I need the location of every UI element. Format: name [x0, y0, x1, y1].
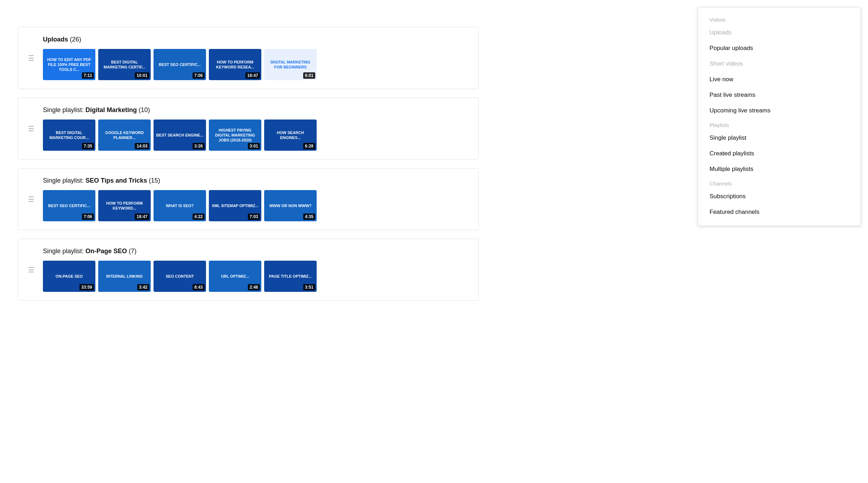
thumbnail[interactable]: WHAT IS SEO?4:22: [154, 190, 206, 221]
thumbnail-time: 2:46: [248, 284, 260, 290]
section-title-playlist-onpage: Single playlist: On-Page SEO (7): [43, 248, 468, 255]
thumbnails-row-playlist-seo: BEST SEO CERTIFIC...7:06HOW TO PERFORM K…: [43, 190, 468, 221]
section-body-uploads: Uploads (26)HOW TO EDIT ANY PDF FILE 100…: [43, 36, 468, 80]
thumbnail[interactable]: BEST DIGITAL MARKETING CERTIF...10:01: [98, 49, 151, 80]
thumbnail[interactable]: XML SITEMAP OPTIMIZ...7:03: [209, 190, 261, 221]
thumbnail-time: 3:51: [303, 284, 315, 290]
thumbnail-time: 7:35: [82, 143, 94, 149]
thumbnail[interactable]: BEST DIGITAL MARKETING COUR...7:35: [43, 120, 95, 151]
thumbnail[interactable]: BEST SEO CERTIFIC...7:06: [154, 49, 206, 80]
thumbnail[interactable]: SEO CONTENT8:43: [154, 261, 206, 292]
thumbnails-row-playlist-digital: BEST DIGITAL MARKETING COUR...7:35GOOGLE…: [43, 120, 468, 151]
dropdown-section-label: Channels: [698, 177, 861, 189]
thumbnail[interactable]: DIGITAL MARKETING FOR BEGINNERS6:01: [264, 49, 317, 80]
dropdown-item-created-playlists[interactable]: Created playlists: [698, 146, 861, 161]
dropdown-item-subscriptions[interactable]: Subscriptions: [698, 189, 861, 204]
thumbnail[interactable]: ON-PAGE SEO33:59: [43, 261, 95, 292]
thumbnail[interactable]: HIGHEST PAYING DIGITAL MARKETING JOBS (2…: [209, 120, 261, 151]
drag-handle[interactable]: ☰: [28, 266, 34, 274]
thumbnail[interactable]: GOOGLE KEYWORD PLANNER...14:03: [98, 120, 151, 151]
thumbnails-row-playlist-onpage: ON-PAGE SEO33:59INTERNAL LINKING3:42SEO …: [43, 261, 468, 292]
dropdown-item-popular-uploads[interactable]: Popular uploads: [698, 40, 861, 56]
thumbnail-time: 6:01: [303, 72, 315, 79]
thumbnail-time: 33:59: [79, 284, 94, 290]
thumbnail-time: 3:42: [137, 284, 149, 290]
drag-handle[interactable]: ☰: [28, 195, 34, 204]
thumbnail-time: 14:03: [135, 143, 149, 149]
section-body-playlist-seo: Single playlist: SEO Tips and Tricks (15…: [43, 177, 468, 221]
thumbnail-time: 7:03: [248, 213, 260, 220]
section-card-playlist-digital: ☰Single playlist: Digital Marketing (10)…: [18, 98, 479, 160]
thumbnail-time: 4:22: [193, 213, 205, 220]
dropdown-item-upcoming-live-streams[interactable]: Upcoming live streams: [698, 103, 861, 118]
dropdown-item-past-live-streams[interactable]: Past live streams: [698, 87, 861, 103]
section-body-playlist-onpage: Single playlist: On-Page SEO (7)ON-PAGE …: [43, 248, 468, 292]
thumbnail[interactable]: HOW TO PERFORM KEYWORD...18:47: [98, 190, 151, 221]
dropdown-content: VideosUploadsPopular uploadsShort videos…: [698, 13, 861, 220]
thumbnails-row-uploads: HOW TO EDIT ANY PDF FILE 100% FREE BEST …: [43, 49, 468, 80]
dropdown-item-live-now[interactable]: Live now: [698, 72, 861, 87]
dropdown-item-featured-channels[interactable]: Featured channels: [698, 204, 861, 220]
drag-handle[interactable]: ☰: [28, 124, 34, 133]
drag-handle[interactable]: ☰: [28, 54, 34, 62]
thumbnail[interactable]: HOW SEARCH ENGINES...6:28: [264, 120, 317, 151]
thumbnail-time: 6:28: [303, 143, 315, 149]
section-card-playlist-seo: ☰Single playlist: SEO Tips and Tricks (1…: [18, 168, 479, 230]
section-title-uploads: Uploads (26): [43, 36, 468, 43]
thumbnail-time: 4:35: [303, 213, 315, 220]
dropdown-panel: VideosUploadsPopular uploadsShort videos…: [698, 7, 861, 226]
thumbnail[interactable]: HOW TO EDIT ANY PDF FILE 100% FREE BEST …: [43, 49, 95, 80]
thumbnail-time: 3:26: [193, 143, 205, 149]
thumbnail-time: 7:11: [82, 72, 94, 79]
dropdown-section-label: Videos: [698, 13, 861, 25]
thumbnail[interactable]: BEST SEARCH ENGINE...3:26: [154, 120, 206, 151]
thumbnail-time: 18:47: [245, 72, 260, 79]
thumbnail-time: 7:06: [82, 213, 94, 220]
section-card-playlist-onpage: ☰Single playlist: On-Page SEO (7)ON-PAGE…: [18, 239, 479, 301]
thumbnail-time: 18:47: [135, 213, 149, 220]
section-body-playlist-digital: Single playlist: Digital Marketing (10)B…: [43, 106, 468, 151]
section-card-uploads: ☰Uploads (26)HOW TO EDIT ANY PDF FILE 10…: [18, 27, 479, 89]
thumbnail[interactable]: INTERNAL LINKING3:42: [98, 261, 151, 292]
dropdown-item-single-playlist[interactable]: Single playlist: [698, 130, 861, 146]
thumbnail-time: 10:01: [135, 72, 149, 79]
thumbnail-time: 7:06: [193, 72, 205, 79]
dropdown-item-short-videos: Short videos: [698, 56, 861, 72]
page-container: ☰Uploads (26)HOW TO EDIT ANY PDF FILE 10…: [0, 0, 868, 483]
thumbnail[interactable]: WWW OR NON WWW?4:35: [264, 190, 317, 221]
section-title-playlist-digital: Single playlist: Digital Marketing (10): [43, 106, 468, 114]
thumbnail-time: 8:43: [193, 284, 205, 290]
thumbnail[interactable]: URL OPTIMIZ...2:46: [209, 261, 261, 292]
main-content: ☰Uploads (26)HOW TO EDIT ANY PDF FILE 10…: [0, 0, 496, 483]
dropdown-item-multiple-playlists[interactable]: Multiple playlists: [698, 161, 861, 177]
section-title-playlist-seo: Single playlist: SEO Tips and Tricks (15…: [43, 177, 468, 184]
dropdown-item-uploads: Uploads: [698, 25, 861, 40]
thumbnail-time: 3:01: [248, 143, 260, 149]
thumbnail[interactable]: PAGE TITLE OPTIMIZ...3:51: [264, 261, 317, 292]
thumbnail[interactable]: BEST SEO CERTIFIC...7:06: [43, 190, 95, 221]
thumbnail[interactable]: HOW TO PERFORM KEYWORD RESEA...18:47: [209, 49, 261, 80]
dropdown-section-label: Playlists: [698, 118, 861, 130]
sections-container: ☰Uploads (26)HOW TO EDIT ANY PDF FILE 10…: [18, 27, 479, 301]
